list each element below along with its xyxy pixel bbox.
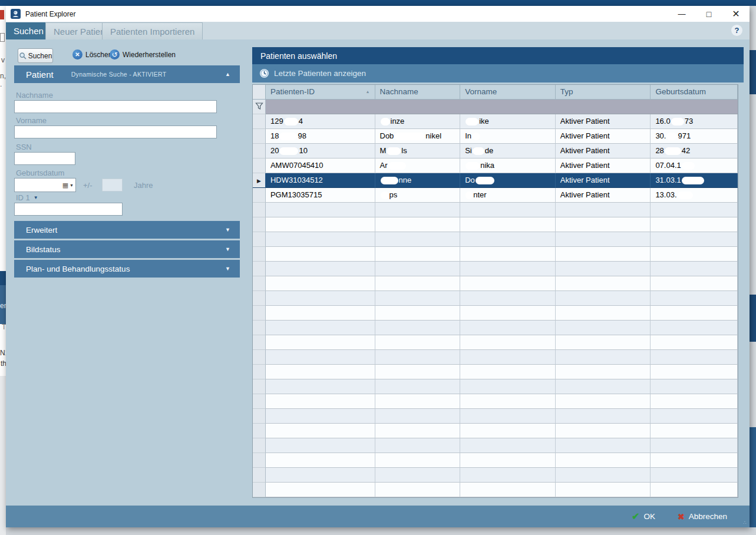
- empty-table-row[interactable]: [253, 247, 738, 262]
- empty-table-row[interactable]: [253, 203, 738, 217]
- restore-button-label: Wiederherstellen: [123, 51, 176, 59]
- redaction-blob: [473, 147, 484, 155]
- empty-cell: [266, 306, 375, 321]
- cell-text: 73: [685, 117, 693, 126]
- section-label: Plan- und Behandlungsstatus: [26, 265, 130, 273]
- id1-input[interactable]: [14, 203, 123, 216]
- check-icon: ✔: [632, 511, 639, 522]
- cell-text: nikel: [425, 131, 441, 140]
- empty-cell: [460, 483, 556, 497]
- column-header-birthdate[interactable]: Geburtsdatum: [651, 85, 738, 100]
- empty-table-row[interactable]: [253, 409, 738, 424]
- cell-type: Aktiver Patient: [556, 144, 651, 158]
- collapse-down-icon: ▼: [225, 266, 230, 272]
- id1-label[interactable]: ID 1▼: [16, 193, 38, 202]
- maximize-button[interactable]: □: [695, 6, 722, 22]
- resize-grip[interactable]: ∴: [743, 520, 747, 526]
- help-icon[interactable]: ?: [731, 25, 742, 36]
- filter-input-bar[interactable]: [266, 100, 738, 114]
- restore-button[interactable]: ↺ Wiederherstellen: [110, 49, 176, 60]
- column-header-lastname[interactable]: Nachname: [375, 85, 461, 100]
- chevron-down-icon[interactable]: ▼: [70, 183, 74, 187]
- cell-lastname: Mls: [375, 144, 461, 158]
- chevron-down-icon[interactable]: ▼: [34, 195, 38, 200]
- table-row[interactable]: 1898DobnikelInAktiver Patient30.971: [253, 129, 738, 144]
- empty-cell: [266, 217, 375, 232]
- empty-table-row[interactable]: [253, 438, 738, 453]
- table-row[interactable]: 1294inzeikeAktiver Patient16.073: [253, 114, 738, 129]
- empty-table-row[interactable]: [253, 453, 738, 468]
- id1-label-text: ID 1: [16, 193, 30, 202]
- cell-text: Do: [465, 176, 475, 184]
- tab-patienten-importieren[interactable]: Patienten Importieren: [102, 22, 203, 39]
- birthdate-input[interactable]: ▦ ▼: [14, 178, 76, 192]
- recent-patients-link[interactable]: Letzte Patienten anzeigen: [252, 64, 744, 82]
- empty-table-row[interactable]: [253, 365, 738, 379]
- redaction-blob: [394, 133, 425, 140]
- tab-suchen[interactable]: Suchen: [6, 22, 51, 39]
- lastname-input[interactable]: [14, 100, 217, 113]
- redaction-blob: [466, 162, 480, 170]
- redaction-blob: [381, 177, 398, 184]
- filter-row[interactable]: [253, 100, 738, 114]
- row-indicator-cell: [253, 158, 266, 173]
- empty-table-row[interactable]: [253, 276, 738, 291]
- ok-button[interactable]: ✔ OK: [632, 511, 655, 522]
- row-indicator-cell: [253, 262, 266, 276]
- firstname-input[interactable]: [14, 126, 217, 138]
- cell-text: 42: [682, 146, 690, 155]
- empty-table-row[interactable]: [253, 424, 738, 438]
- years-range-input[interactable]: [102, 179, 123, 191]
- empty-cell: [375, 424, 461, 438]
- empty-table-row[interactable]: [253, 321, 738, 335]
- section-label: Bildstatus: [26, 245, 61, 254]
- table-row[interactable]: PGM13035715psnterAktiver Patient13.03.: [253, 188, 738, 203]
- cell-text: AMW07045410: [270, 161, 323, 170]
- column-header-type[interactable]: Typ: [556, 85, 651, 100]
- cancel-button[interactable]: ✖ Abbrechen: [678, 512, 727, 521]
- background-bottom-strip: [6, 527, 756, 535]
- table-row[interactable]: ▶HDW31034512nneDoAktiver Patient31.03.1: [253, 173, 738, 188]
- search-button[interactable]: Suchen: [18, 48, 53, 63]
- table-row[interactable]: 2010MlsSideAktiver Patient2842: [253, 144, 738, 158]
- section-erweitert[interactable]: Erweitert ▼: [14, 221, 240, 239]
- cell-text: 30.: [655, 131, 666, 140]
- redaction-blob: [466, 191, 473, 199]
- redaction-blob: [381, 191, 389, 199]
- section-bildstatus[interactable]: Bildstatus ▼: [14, 240, 240, 258]
- empty-table-row[interactable]: [253, 262, 738, 276]
- empty-table-row[interactable]: [253, 350, 738, 365]
- redaction-blob: [279, 133, 297, 140]
- cell-firstname: Do: [460, 173, 556, 188]
- cell-text: 98: [298, 131, 306, 140]
- empty-table-row[interactable]: [253, 379, 738, 394]
- cell-text: 07.04.1: [655, 161, 681, 170]
- empty-table-row[interactable]: [253, 483, 738, 497]
- empty-cell: [266, 291, 375, 306]
- empty-table-row[interactable]: [253, 306, 738, 321]
- dynamic-search-status: Dynamische Suche - AKTIVIERT: [71, 71, 167, 78]
- empty-table-row[interactable]: [253, 217, 738, 232]
- empty-table-row[interactable]: [253, 335, 738, 350]
- ssn-input[interactable]: [14, 152, 75, 165]
- row-indicator-cell: [253, 291, 266, 306]
- empty-cell: [460, 365, 556, 379]
- empty-table-row[interactable]: [253, 232, 738, 247]
- minimize-button[interactable]: —: [668, 6, 695, 22]
- collapse-up-icon[interactable]: ▲: [225, 71, 230, 77]
- background-text-fragment: en: [0, 302, 6, 310]
- patient-section-header[interactable]: Patient Dynamische Suche - AKTIVIERT ▲: [14, 65, 240, 83]
- filter-icon-cell: [253, 100, 266, 114]
- empty-table-row[interactable]: [253, 468, 738, 483]
- empty-table-row[interactable]: [253, 291, 738, 306]
- table-row[interactable]: AMW07045410ArnikaAktiver Patient07.04.1: [253, 158, 738, 173]
- empty-cell: [460, 217, 556, 232]
- empty-table-row[interactable]: [253, 394, 738, 409]
- clear-x-icon: ✕: [72, 49, 82, 60]
- clear-button[interactable]: ✕ Löschen: [72, 49, 112, 60]
- section-plan-behandlungsstatus[interactable]: Plan- und Behandlungsstatus ▼: [14, 260, 240, 278]
- column-header-firstname[interactable]: Vorname: [460, 85, 556, 100]
- close-button[interactable]: ✕: [722, 6, 750, 22]
- calendar-icon[interactable]: ▦: [62, 181, 68, 189]
- column-header-id[interactable]: Patienten-ID▲: [266, 85, 375, 100]
